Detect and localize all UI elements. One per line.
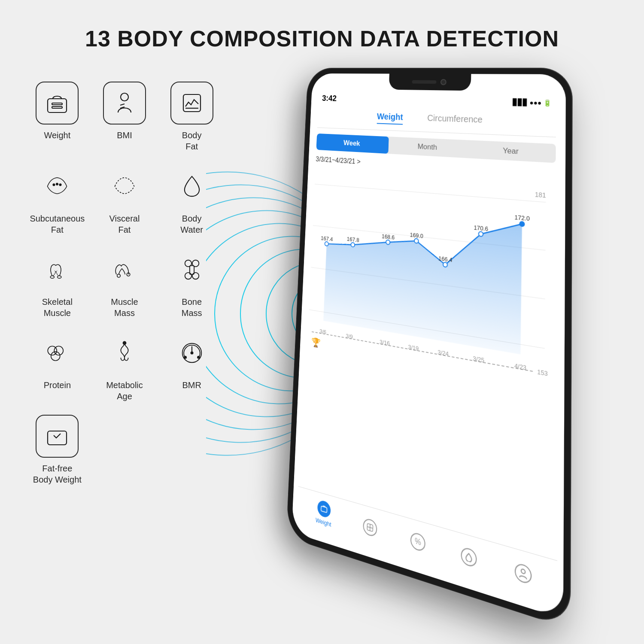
nav-body[interactable] bbox=[363, 517, 377, 538]
icon-item-metabolic: MetabolicAge bbox=[93, 331, 156, 402]
svg-point-64 bbox=[521, 568, 525, 574]
svg-line-63 bbox=[370, 524, 371, 531]
notch-speaker bbox=[412, 80, 436, 84]
svg-text:3/19: 3/19 bbox=[408, 343, 419, 352]
bmi-label: BMI bbox=[117, 130, 132, 141]
svg-rect-2 bbox=[52, 106, 62, 108]
protein-icon-box bbox=[36, 331, 79, 374]
svg-point-45 bbox=[519, 222, 524, 227]
icon-item-subcutaneous: SubcutaneousFat bbox=[26, 165, 89, 235]
status-icons: ▊▊▊ ●●● 🔋 bbox=[513, 98, 551, 106]
svg-point-19 bbox=[192, 273, 199, 279]
svg-text:4/23: 4/23 bbox=[514, 362, 527, 372]
period-week[interactable]: Week bbox=[316, 134, 389, 154]
musclemass-icon bbox=[112, 257, 137, 283]
phone-screen: 3:42 ▊▊▊ ●●● 🔋 Weight Circumference bbox=[292, 73, 566, 619]
svg-point-10 bbox=[60, 184, 62, 186]
bottom-nav: Weight bbox=[296, 486, 557, 606]
nav-percent-icon: % bbox=[410, 531, 426, 553]
nav-percent[interactable]: % bbox=[410, 531, 426, 553]
nav-drop-icon bbox=[461, 546, 477, 568]
svg-text:153: 153 bbox=[537, 368, 548, 378]
subcutaneous-icon-box bbox=[36, 165, 79, 208]
nav-weight[interactable]: Weight bbox=[316, 499, 332, 528]
svg-point-41 bbox=[386, 240, 390, 245]
svg-point-29 bbox=[197, 356, 200, 358]
weight-icon bbox=[44, 90, 70, 116]
svg-point-22 bbox=[51, 352, 60, 361]
page-container: 13 BODY COMPOSITION DATA DETECTION Weigh… bbox=[0, 0, 644, 644]
nav-drop[interactable] bbox=[461, 546, 477, 568]
fatfree-icon bbox=[44, 423, 70, 449]
phone-body: 3:42 ▊▊▊ ●●● 🔋 Weight Circumference bbox=[287, 69, 572, 628]
svg-rect-1 bbox=[52, 103, 62, 105]
svg-point-18 bbox=[185, 273, 191, 279]
period-year[interactable]: Year bbox=[468, 140, 556, 163]
page-title: 13 BODY COMPOSITION DATA DETECTION bbox=[85, 26, 559, 52]
subcutaneous-icon bbox=[44, 173, 70, 199]
svg-point-44 bbox=[479, 231, 483, 237]
svg-point-42 bbox=[414, 238, 419, 243]
bmi-icon bbox=[112, 90, 137, 116]
musclemass-icon-box bbox=[103, 248, 146, 291]
skeletal-icon bbox=[44, 257, 70, 283]
chart-svg: 181 153 🏆 bbox=[305, 167, 556, 453]
svg-point-13 bbox=[117, 274, 121, 278]
bonemass-icon bbox=[179, 257, 205, 283]
svg-text:172.0: 172.0 bbox=[514, 214, 530, 222]
svg-text:3/6: 3/6 bbox=[319, 328, 327, 336]
weight-icon-box bbox=[36, 82, 79, 125]
nav-person[interactable] bbox=[515, 562, 532, 585]
bmi-icon-box bbox=[103, 82, 146, 125]
bonemass-label: BoneMass bbox=[182, 296, 202, 319]
svg-rect-60 bbox=[321, 506, 327, 513]
svg-rect-30 bbox=[48, 431, 67, 445]
period-month[interactable]: Month bbox=[388, 137, 468, 158]
nav-person-icon bbox=[515, 562, 532, 585]
svg-text:🏆: 🏆 bbox=[311, 336, 321, 349]
bodywater-label: BodyWater bbox=[180, 213, 203, 235]
svg-point-24 bbox=[123, 341, 126, 344]
svg-text:3/16: 3/16 bbox=[380, 338, 390, 347]
notch-camera bbox=[440, 79, 447, 85]
icon-item-bmi: BMI bbox=[93, 82, 156, 152]
svg-point-40 bbox=[351, 243, 355, 247]
svg-text:169.0: 169.0 bbox=[410, 231, 423, 240]
bmr-label: BMR bbox=[182, 380, 201, 391]
svg-text:170.6: 170.6 bbox=[474, 224, 488, 233]
bodyfat-icon-box bbox=[170, 82, 213, 125]
icon-item-weight: Weight bbox=[26, 82, 89, 152]
svg-point-11 bbox=[51, 276, 55, 278]
tab-weight[interactable]: Weight bbox=[377, 112, 403, 125]
nav-weight-icon bbox=[317, 499, 331, 519]
phone-section: 3:42 ▊▊▊ ●●● 🔋 Weight Circumference bbox=[232, 77, 627, 550]
svg-point-9 bbox=[56, 183, 58, 185]
icon-item-bodyfat: BodyFat bbox=[160, 82, 223, 152]
svg-text:167.8: 167.8 bbox=[347, 236, 360, 243]
bodywater-icon bbox=[179, 173, 205, 199]
svg-text:168.6: 168.6 bbox=[382, 233, 395, 241]
svg-text:3/9: 3/9 bbox=[346, 333, 353, 340]
tab-circumference[interactable]: Circumference bbox=[427, 113, 483, 128]
icons-section: Weight BMI bbox=[17, 77, 223, 485]
svg-text:3/24: 3/24 bbox=[437, 349, 449, 358]
fatfree-label: Fat-freeBody Weight bbox=[33, 463, 82, 485]
icon-item-fatfree: Fat-freeBody Weight bbox=[26, 415, 89, 485]
svg-point-3 bbox=[121, 93, 128, 101]
svg-rect-0 bbox=[48, 99, 67, 112]
metabolic-label: MetabolicAge bbox=[106, 380, 143, 402]
visceral-icon-box bbox=[103, 165, 146, 208]
weight-label: Weight bbox=[44, 130, 70, 141]
svg-point-12 bbox=[58, 276, 61, 278]
svg-text:181: 181 bbox=[535, 191, 546, 199]
svg-point-8 bbox=[53, 184, 55, 186]
nav-body-icon bbox=[363, 517, 377, 538]
fatfree-icon-box bbox=[36, 415, 79, 458]
icon-item-protein: Protein bbox=[26, 331, 89, 402]
musclemass-label: MuscleMass bbox=[111, 296, 138, 319]
phone-wrapper: 3:42 ▊▊▊ ●●● 🔋 Weight Circumference bbox=[287, 69, 572, 628]
skeletal-icon-box bbox=[36, 248, 79, 291]
app-content: Weight Circumference Week Month Year bbox=[298, 106, 566, 455]
protein-label: Protein bbox=[44, 380, 71, 391]
svg-text:167.4: 167.4 bbox=[321, 235, 333, 243]
